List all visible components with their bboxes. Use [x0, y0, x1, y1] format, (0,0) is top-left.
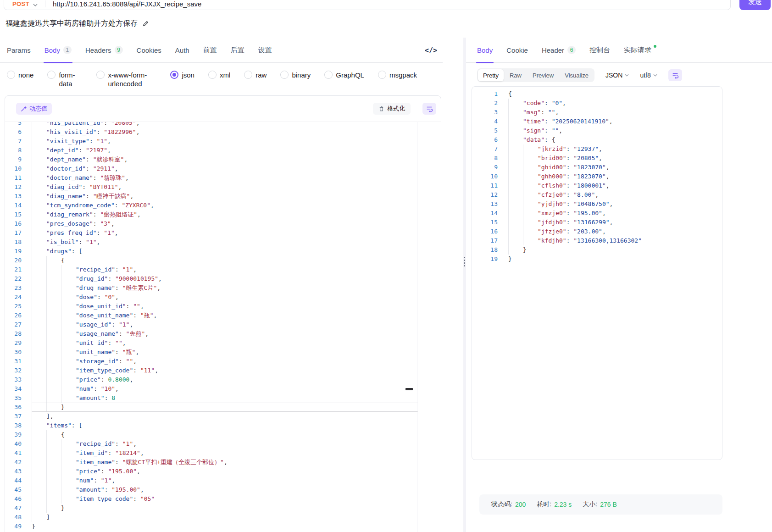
code-line: 9"dept_name": "就诊科室", — [5, 155, 441, 164]
line-number: 43 — [5, 467, 22, 476]
line-number: 13 — [5, 192, 22, 201]
line-number: 9 — [5, 155, 22, 164]
code-text: "visit_type": "1", — [32, 137, 111, 146]
word-wrap-icon — [672, 72, 679, 79]
line-number: 26 — [5, 311, 22, 320]
line-number: 28 — [5, 329, 22, 338]
body-type-json[interactable]: json — [170, 71, 194, 79]
tab-auth[interactable]: Auth — [175, 38, 189, 63]
code-text: "cflsh0": "1800001", — [508, 181, 610, 190]
code-line: 41"item_id": "18214", — [5, 449, 441, 458]
body-type-msgpack[interactable]: msgpack — [378, 71, 417, 79]
request-tabs: Params Body 1 Headers 9 Cookies Auth 前置 … — [0, 38, 443, 63]
code-text: "msg": "", — [508, 108, 559, 117]
tab-response-body[interactable]: Body — [477, 38, 493, 63]
line-number: 7 — [5, 137, 22, 146]
body-type-binary[interactable]: binary — [280, 71, 311, 79]
line-number: 17 — [5, 228, 22, 238]
divider — [45, 0, 45, 7]
code-text: "drug_name": "维生素C片", — [32, 283, 161, 293]
code-line: 3"msg": "", — [472, 108, 722, 117]
radio-icon — [47, 71, 56, 79]
code-line: 34"num": "10", — [5, 384, 441, 393]
line-number: 29 — [5, 338, 22, 348]
panel-resize-handle[interactable] — [464, 257, 465, 266]
code-text: "drugs": [ — [32, 247, 82, 256]
code-line: 44"num": "1", — [5, 476, 441, 485]
tab-response-header[interactable]: Header 6 — [542, 38, 576, 63]
code-line: 31"storage_id": "", — [5, 357, 441, 366]
code-text: "unit_id": "", — [32, 338, 126, 348]
editor-scrollbar-track[interactable] — [417, 122, 417, 532]
body-type-form-data[interactable]: form-data — [47, 71, 83, 88]
line-number: 19 — [5, 247, 22, 256]
header-count-badge: 6 — [567, 46, 576, 54]
line-number: 31 — [5, 357, 22, 366]
tab-actual-request[interactable]: 实际请求 — [624, 38, 656, 63]
radio-icon — [378, 71, 386, 79]
code-text: "his_patient_id": "20805", — [32, 122, 140, 127]
request-body-editor[interactable]: 5"his_patient_id": "20805",6"his_visit_i… — [5, 122, 441, 532]
code-text: "jkrzid": "12937", — [508, 144, 602, 154]
response-type-dropdown[interactable]: JSON — [605, 72, 629, 79]
line-number: 3 — [472, 108, 498, 117]
response-word-wrap-button[interactable] — [668, 69, 682, 81]
tab-post-script[interactable]: 后置 — [231, 38, 244, 63]
tab-console[interactable]: 控制台 — [589, 38, 610, 63]
code-text: { — [32, 430, 65, 439]
tab-pre-script[interactable]: 前置 — [203, 38, 217, 63]
response-body-card[interactable]: 1{2"code": "0",3"msg": "",4"time": "2025… — [472, 86, 722, 460]
tab-cookies[interactable]: Cookies — [137, 38, 161, 63]
line-number: 21 — [5, 265, 22, 274]
tab-headers[interactable]: Headers 9 — [85, 38, 123, 63]
body-count-badge: 1 — [63, 46, 72, 54]
body-type-graphql[interactable]: GraphQL — [324, 71, 364, 79]
line-number: 12 — [5, 183, 22, 192]
line-number: 5 — [472, 126, 498, 135]
tab-body[interactable]: Body 1 — [44, 38, 72, 63]
tab-params[interactable]: Params — [7, 38, 31, 63]
line-number: 48 — [5, 513, 22, 522]
chevron-down-icon — [33, 4, 38, 6]
word-wrap-button[interactable] — [422, 103, 436, 115]
line-number: 22 — [5, 274, 22, 283]
body-type-x-www-form-urlencoded[interactable]: x-www-form-urlencoded — [96, 71, 156, 88]
overview-ruler-marker — [405, 388, 413, 390]
url-input[interactable]: http://10.16.241.65:8089/api/FJXJX_recip… — [53, 0, 201, 8]
radio-icon — [7, 71, 15, 79]
view-raw[interactable]: Raw — [505, 69, 527, 81]
code-text: "diag_name": "瞳神干缺病", — [32, 192, 133, 201]
code-text: "dept_name": "就诊科室", — [32, 155, 128, 164]
view-visualize[interactable]: Visualize — [560, 69, 594, 81]
tab-response-cookie[interactable]: Cookie — [506, 38, 528, 63]
body-type-none[interactable]: none — [7, 71, 33, 79]
response-encoding-dropdown[interactable]: utf8 — [640, 72, 657, 79]
send-button[interactable]: 发送 — [739, 0, 771, 10]
view-preview[interactable]: Preview — [528, 69, 559, 81]
code-line: 12"cfzje0": "8.00", — [472, 190, 722, 200]
line-number: 33 — [5, 375, 22, 384]
format-button[interactable]: 格式化 — [373, 103, 411, 115]
code-text: "num": "10", — [32, 384, 119, 393]
line-number: 36 — [5, 403, 22, 412]
code-text: "price": 0.8000, — [32, 375, 133, 384]
line-number: 41 — [5, 449, 22, 458]
line-number: 46 — [5, 494, 22, 504]
code-line: 8"brid00": "20805", — [472, 154, 722, 163]
line-number: 40 — [5, 439, 22, 449]
code-line: 7"visit_type": "1", — [5, 137, 441, 146]
view-pretty[interactable]: Pretty — [478, 69, 504, 81]
code-line: 22"drug_id": "9000010195", — [5, 274, 441, 283]
code-line: 21"recipe_id": "1", — [5, 265, 441, 274]
chevron-down-icon — [625, 74, 629, 77]
code-view-icon[interactable]: </> — [425, 38, 437, 63]
tab-settings[interactable]: 设置 — [258, 38, 272, 63]
line-number: 24 — [5, 293, 22, 302]
code-text: "jfzje0": "203.00", — [508, 227, 606, 236]
body-type-xml[interactable]: xml — [208, 71, 230, 79]
method-select[interactable]: POST — [12, 0, 29, 8]
code-text: "dose": "0", — [32, 293, 119, 302]
body-type-raw[interactable]: raw — [244, 71, 267, 79]
dynamic-value-button[interactable]: 动态值 — [16, 103, 52, 115]
edit-pencil-icon[interactable] — [142, 20, 149, 27]
